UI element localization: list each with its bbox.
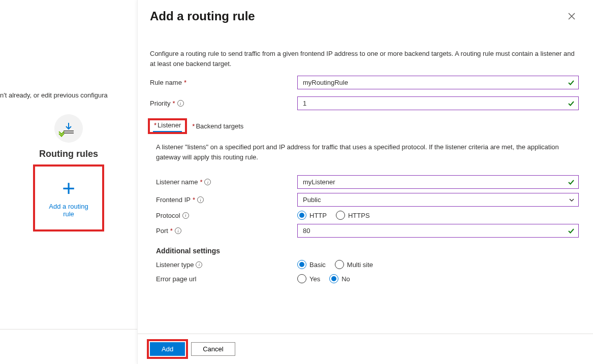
info-icon[interactable]: i	[196, 261, 202, 268]
listener-type-basic-radio[interactable]: Basic	[297, 260, 326, 269]
check-icon	[568, 79, 575, 86]
listener-type-label: Listener type i	[150, 261, 297, 269]
protocol-http-radio[interactable]: HTTP	[297, 211, 327, 220]
listener-name-input[interactable]	[297, 175, 579, 189]
blade-title: Add a routing rule	[150, 9, 255, 23]
error-page-yes-radio[interactable]: Yes	[297, 274, 320, 283]
close-button[interactable]	[565, 9, 579, 23]
error-page-url-label: Error page url	[150, 275, 297, 283]
check-icon	[568, 100, 575, 107]
port-input[interactable]	[297, 224, 579, 238]
additional-settings-heading: Additional settings	[150, 247, 579, 255]
wizard-truncated-text: n't already, or edit previous configura	[0, 15, 137, 99]
info-icon[interactable]: i	[175, 227, 181, 234]
info-icon[interactable]: i	[182, 212, 189, 219]
add-routing-rule-label: Add a routing rule	[43, 203, 94, 218]
protocol-https-radio[interactable]: HTTPS	[336, 211, 370, 220]
listener-tab-description: A listener "listens" on a specified port…	[150, 142, 579, 162]
cancel-button[interactable]: Cancel	[191, 342, 235, 356]
tab-listener[interactable]: *Listener	[153, 119, 182, 132]
plus-icon: +	[62, 178, 75, 198]
priority-input[interactable]	[297, 96, 579, 110]
rule-name-input[interactable]	[297, 76, 579, 89]
check-icon	[568, 227, 575, 235]
info-icon[interactable]: i	[204, 179, 211, 185]
blade-description: Configure a routing rule to send traffic…	[150, 49, 579, 69]
error-page-no-radio[interactable]: No	[329, 274, 350, 283]
chevron-down-icon	[569, 197, 575, 203]
tab-backend-targets[interactable]: *Backend targets	[191, 120, 244, 132]
info-icon[interactable]: i	[177, 100, 184, 107]
protocol-label: Protocol i	[150, 212, 297, 219]
priority-label: Priority* i	[150, 100, 297, 107]
check-icon	[568, 179, 575, 186]
port-label: Port* i	[150, 227, 297, 235]
close-icon	[568, 13, 575, 20]
rule-name-label: Rule name*	[150, 79, 297, 86]
add-button[interactable]: Add	[150, 342, 185, 356]
listener-name-label: Listener name* i	[150, 178, 297, 186]
add-routing-rule-tile[interactable]: + Add a routing rule	[34, 166, 103, 230]
add-routing-rule-blade: Add a routing rule Configure a routing r…	[137, 0, 593, 364]
routing-rules-step-icon	[0, 114, 137, 143]
routing-rules-heading: Routing rules	[0, 149, 137, 159]
frontend-ip-label: Frontend IP* i	[150, 196, 297, 204]
frontend-ip-select[interactable]: Public	[297, 193, 579, 207]
info-icon[interactable]: i	[197, 196, 204, 203]
listener-type-multi-radio[interactable]: Multi site	[335, 260, 373, 269]
